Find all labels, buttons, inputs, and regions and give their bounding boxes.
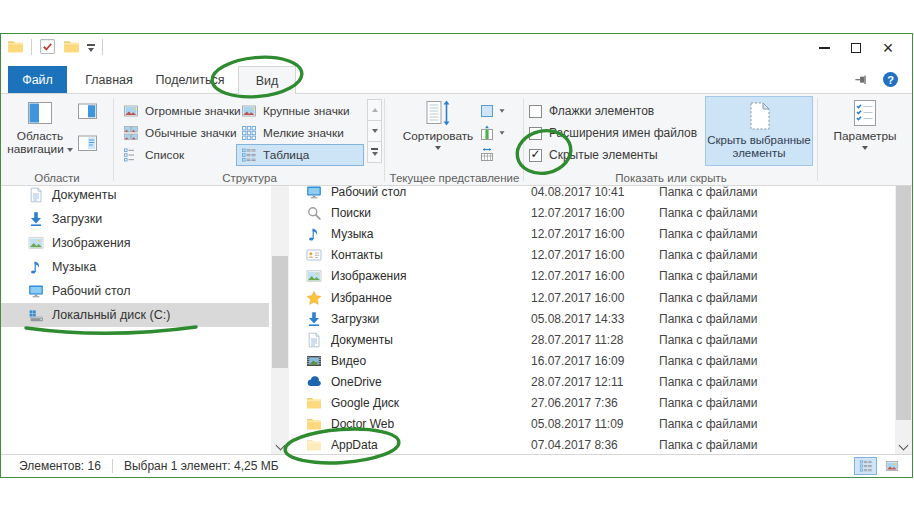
item-icon [28,307,44,323]
file-name: Doctor Web [331,417,531,431]
group-separator [523,98,524,181]
file-icon [306,290,322,306]
file-modified-date: 04.08.2017 10:41 [531,186,659,199]
gallery-more-button[interactable] [367,141,382,163]
sidebar-item[interactable]: Локальный диск (C:) [1,303,269,327]
gallery-scroll-down-button[interactable] [367,120,382,142]
size-all-columns-button[interactable] [478,146,496,164]
details-pane-button[interactable] [77,134,98,153]
help-icon[interactable]: ? [883,72,898,87]
details-view-button[interactable] [854,457,877,475]
sidebar-item[interactable]: Музыка [1,255,269,279]
close-button[interactable]: × [872,36,904,60]
file-row[interactable]: AppData07.04.2017 8:36Папка с файлами [294,435,894,456]
file-row[interactable]: Doctor Web05.08.2017 11:09Папка с файлам… [294,414,894,435]
file-row[interactable]: Google Диск27.06.2017 7:36Папка с файлам… [294,392,894,413]
file-modified-date: 12.07.2017 16:00 [531,206,659,220]
scrollbar-thumb[interactable] [896,186,911,420]
down-arrow-icon [372,129,378,133]
file-icon [306,416,322,432]
options-button[interactable]: Параметры [825,96,905,168]
file-row[interactable]: Рабочий стол04.08.2017 10:41Папка с файл… [294,186,894,203]
properties-check-icon[interactable] [39,38,56,55]
sidebar-item[interactable]: Загрузки [1,207,269,231]
view-mode-label: Список [145,148,184,162]
toolbar-separator [31,39,32,55]
ribbon-checkbox-row[interactable]: Флажки элементов [529,100,697,122]
file-type: Папка с файлами [659,438,758,452]
file-icon [306,353,322,369]
file-name: Поиски [331,206,531,220]
preview-pane-button[interactable] [77,102,98,121]
file-row[interactable]: Документы28.07.2017 11:28Папка с файлами [294,329,894,350]
checkbox-icon [529,149,542,162]
view-mode-item[interactable]: Огромные значки [118,100,236,122]
file-name: Рабочий стол [331,186,531,199]
file-icon [306,395,322,411]
file-list-scrollbar[interactable] [895,186,912,456]
sidebar-item[interactable]: Рабочий стол [1,279,269,303]
tab-share[interactable]: Поделиться [149,66,231,93]
new-folder-icon[interactable] [63,38,80,55]
sidebar-item[interactable]: Документы [1,186,269,207]
file-type: Папка с файлами [659,354,758,368]
view-mode-item[interactable]: Таблица [236,144,364,166]
file-row[interactable]: Музыка12.07.2017 16:00Папка с файлами [294,224,894,245]
gallery-scroll-up-button[interactable] [367,99,382,121]
sidebar-item-label: Музыка [52,260,96,274]
file-row[interactable]: Видео16.07.2017 16:09Папка с файлами [294,350,894,371]
tab-view[interactable]: Вид [238,66,296,94]
sidebar-item-label: Рабочий стол [52,284,130,298]
pin-ribbon-icon[interactable] [854,72,869,87]
qat-customize-dropdown-icon[interactable] [87,41,95,51]
minimize-button[interactable] [808,36,840,60]
folder-icon[interactable] [7,38,24,55]
view-mode-item[interactable]: Список [118,144,236,166]
sort-button[interactable]: Сортировать [400,96,476,168]
file-type: Папка с файлами [659,312,758,326]
hide-selected-icon [744,100,774,132]
view-mode-icon [241,147,257,163]
item-icon [28,283,44,299]
ribbon-group-current-view: Сортировать Текущее представление [386,94,523,185]
file-type: Папка с файлами [659,206,758,220]
maximize-icon [851,43,861,53]
add-columns-button[interactable] [478,124,496,142]
file-row[interactable]: Поиски12.07.2017 16:00Папка с файлами [294,203,894,224]
file-icon [306,437,322,453]
file-name: Документы [331,333,531,347]
file-row[interactable]: Контакты12.07.2017 16:00Папка с файлами [294,245,894,266]
group-by-button[interactable] [478,102,496,120]
file-row[interactable]: Избранное12.07.2017 16:00Папка с файлами [294,287,894,308]
file-row[interactable]: Загрузки05.08.2017 14:33Папка с файлами [294,308,894,329]
navigation-pane: ДокументыЗагрузкиИзображенияМузыкаРабочи… [1,186,269,456]
group-label-layout: Структура [115,172,384,184]
file-icon [306,268,322,284]
ribbon-checkbox-row[interactable]: Расширения имен файлов [529,122,697,144]
view-mode-item[interactable]: Крупные значки [236,100,364,122]
file-icon [306,205,322,221]
tab-file[interactable]: Файл [8,66,67,93]
titlebar: × [1,34,912,63]
hide-selected-items-button[interactable]: Скрыть выбранные элементы [705,96,813,166]
view-mode-item[interactable]: Мелкие значки [236,122,364,144]
view-mode-item[interactable]: Обычные значки [118,122,236,144]
sidebar-item-label: Изображения [52,236,131,250]
thumbnails-view-button[interactable] [880,457,903,475]
file-name: Google Диск [331,396,531,410]
sidebar-scrollbar[interactable] [271,186,289,456]
file-row[interactable]: OneDrive28.07.2017 12:11Папка с файлами [294,371,894,392]
group-label-show-hide: Показать или скрыть [525,172,817,184]
tab-home[interactable]: Главная [76,66,142,93]
caption-buttons: × [808,36,904,60]
file-row[interactable]: Изображения12.07.2017 16:00Папка с файла… [294,266,894,287]
sidebar-item[interactable]: Изображения [1,231,269,255]
item-icon [28,211,44,227]
file-name: Загрузки [331,312,531,326]
navigation-pane-button[interactable]: Область навигации [5,96,75,168]
ribbon-checkbox-row[interactable]: Скрытые элементы [529,144,697,166]
options-label: Параметры [834,130,897,143]
maximize-button[interactable] [840,36,872,60]
file-modified-date: 28.07.2017 11:28 [531,333,659,347]
scrollbar-thumb[interactable] [272,256,288,368]
